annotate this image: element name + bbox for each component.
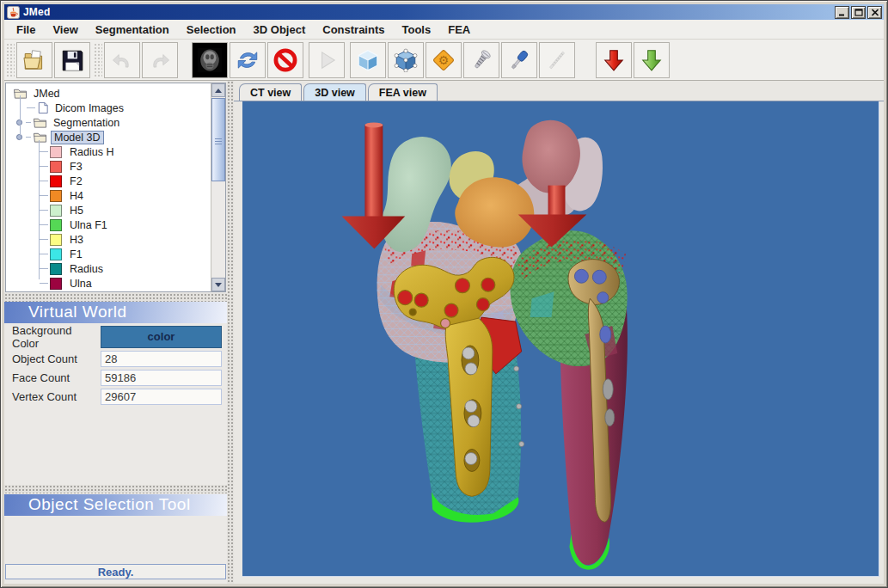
folder-icon	[33, 131, 47, 144]
screwdriver-button[interactable]	[501, 42, 537, 78]
background-color-button[interactable]: color	[101, 326, 222, 348]
color-swatch	[50, 278, 62, 290]
cube-3d-icon	[356, 48, 380, 72]
virtual-world-header: Virtual World	[4, 302, 227, 323]
cube-vertices-button[interactable]	[388, 42, 424, 78]
menu-fea[interactable]: FEA	[439, 21, 479, 38]
object-selection-tool-header: Object Selection Tool	[4, 494, 227, 516]
scrollbar-thumb[interactable]	[211, 98, 225, 181]
menu-tools[interactable]: Tools	[393, 21, 439, 38]
toolbar-drag-handle[interactable]	[6, 43, 15, 77]
3d-viewport[interactable]	[242, 101, 879, 577]
menu-constraints[interactable]: Constraints	[314, 21, 393, 38]
main-splitter[interactable]	[227, 81, 234, 584]
tree-node-segmentation[interactable]: Segmentation	[6, 115, 211, 130]
main-area: JMed Dicom Images	[4, 81, 884, 584]
window-title: JMed	[23, 6, 50, 18]
tree-node-h3[interactable]: H3	[6, 232, 211, 247]
tree-node-f2[interactable]: F2	[6, 174, 211, 188]
vertex-count-label: Vertex Count	[4, 390, 101, 403]
ct-image-button[interactable]	[192, 42, 228, 78]
3d-scene	[242, 101, 879, 576]
color-swatch	[50, 161, 62, 173]
color-swatch	[50, 219, 62, 231]
tree-node-ulna-f1[interactable]: Ulna F1	[6, 217, 211, 232]
run-button[interactable]	[309, 42, 345, 78]
view-tabs: CT view 3D view FEA view	[239, 83, 439, 101]
project-tree: JMed Dicom Images	[5, 83, 226, 292]
refresh-button[interactable]	[230, 42, 266, 78]
cancel-button[interactable]	[267, 42, 303, 78]
color-swatch	[50, 205, 62, 217]
cube-vertices-icon	[394, 48, 418, 72]
title-bar[interactable]: JMed	[4, 4, 884, 20]
undo-arrow-icon	[110, 48, 134, 72]
screw-button[interactable]	[463, 42, 499, 78]
redo-button[interactable]	[142, 42, 178, 78]
menu-3d-object[interactable]: 3D Object	[245, 21, 315, 38]
save-floppy-icon	[60, 48, 84, 72]
refresh-arrows-icon	[236, 48, 260, 72]
right-panel: CT view 3D view FEA view	[234, 81, 884, 584]
save-button[interactable]	[54, 42, 90, 78]
close-button[interactable]	[867, 6, 882, 19]
redo-arrow-icon	[148, 48, 172, 72]
left-panel: JMed Dicom Images	[4, 81, 227, 584]
menu-view[interactable]: View	[44, 21, 86, 38]
status-bar: Ready.	[5, 564, 226, 579]
maximize-icon	[854, 9, 863, 16]
no-entry-icon	[273, 48, 297, 72]
tab-fea-view[interactable]: FEA view	[368, 83, 438, 101]
tree-node-dicom-images[interactable]: Dicom Images	[6, 101, 211, 115]
color-swatch	[50, 234, 62, 246]
tree-node-ulna[interactable]: Ulna	[6, 276, 211, 291]
tree-node-radius-h[interactable]: Radius H	[6, 144, 211, 159]
tree-node-model-3d[interactable]: Model 3D	[6, 130, 211, 144]
pin-button[interactable]	[539, 42, 575, 78]
tree-node-h5[interactable]: H5	[6, 203, 211, 217]
object-count-label: Object Count	[4, 352, 101, 365]
cube-button[interactable]	[350, 42, 386, 78]
toolbar: ⚙	[4, 40, 884, 81]
screw-icon	[469, 48, 493, 72]
tree-node-radius[interactable]: Radius	[6, 261, 211, 276]
toolbar-drag-handle[interactable]	[94, 43, 102, 77]
color-swatch	[50, 263, 62, 275]
menu-file[interactable]: File	[8, 21, 44, 38]
import-green-button[interactable]	[634, 42, 670, 78]
undo-button[interactable]	[104, 42, 140, 78]
vertex-count-field[interactable]: 29607	[101, 389, 222, 405]
pin-wire-icon	[545, 48, 569, 72]
close-icon	[871, 9, 879, 16]
orange-diamond-gear-icon: ⚙	[432, 48, 456, 72]
scroll-down-arrow[interactable]	[211, 278, 225, 291]
tree-virtualworld-splitter[interactable]	[4, 293, 227, 302]
tree-node-f1[interactable]: F1	[6, 247, 211, 261]
tab-ct-view[interactable]: CT view	[239, 83, 302, 101]
menu-selection[interactable]: Selection	[178, 21, 245, 38]
face-count-field[interactable]: 59186	[101, 370, 222, 386]
object-count-field[interactable]: 28	[101, 351, 222, 367]
face-count-label: Face Count	[4, 371, 101, 384]
minimize-button[interactable]	[835, 6, 849, 19]
color-swatch	[50, 190, 62, 202]
screwdriver-icon	[507, 48, 531, 72]
minimize-icon	[838, 9, 847, 16]
tree-node-f3[interactable]: F3	[6, 159, 211, 174]
tree-node-jmed[interactable]: JMed	[6, 86, 211, 101]
maximize-button[interactable]	[851, 6, 866, 19]
background-color-label: Background Color	[4, 324, 101, 350]
color-swatch	[50, 248, 62, 260]
open-button[interactable]	[16, 42, 52, 78]
mesh-tools-button[interactable]: ⚙	[426, 42, 462, 78]
tab-3d-view[interactable]: 3D view	[303, 83, 366, 101]
virtualworld-selection-splitter[interactable]	[4, 485, 227, 493]
import-red-button[interactable]	[596, 42, 632, 78]
tree-node-h4[interactable]: H4	[6, 188, 211, 203]
menu-segmentation[interactable]: Segmentation	[87, 21, 178, 38]
color-swatch	[50, 146, 62, 158]
scroll-up-arrow[interactable]	[211, 83, 225, 97]
color-swatch	[50, 175, 62, 187]
tree-scrollbar[interactable]	[211, 83, 225, 291]
red-down-arrow-icon	[602, 48, 626, 72]
